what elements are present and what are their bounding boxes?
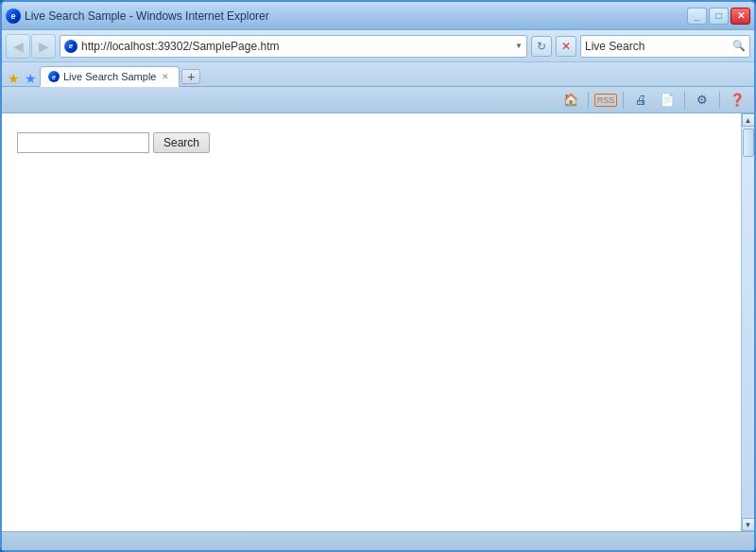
browser-window: e Live Search Sample - Windows Internet … [0, 0, 756, 552]
minimize-button[interactable]: _ [687, 8, 707, 25]
refresh-icon: ↻ [537, 40, 546, 53]
tab-close-button[interactable]: ✕ [160, 71, 171, 82]
tools-icon: ⚙ [696, 93, 708, 107]
page-search-button[interactable]: Search [153, 132, 210, 153]
scrollbar-up-button[interactable]: ▲ [742, 113, 755, 127]
toolbar-sep-1 [588, 92, 589, 109]
home-button[interactable]: 🏠 [559, 90, 582, 111]
address-dropdown-icon[interactable]: ▼ [515, 42, 523, 50]
toolbar-sep-3 [684, 92, 685, 109]
content-area: Search ▲ ▼ [2, 113, 754, 531]
stop-icon: ✕ [561, 40, 571, 53]
live-search-button[interactable]: 🔍 [732, 40, 746, 52]
scrollbar-right: ▲ ▼ [741, 113, 754, 531]
ie-logo: e [6, 9, 21, 24]
maximize-button[interactable]: □ [709, 8, 729, 25]
page-search-input[interactable] [17, 132, 149, 153]
refresh-button[interactable]: ↻ [531, 36, 552, 57]
tab-icon: e [48, 71, 60, 82]
page-button[interactable]: 📄 [656, 90, 679, 111]
nav-bar: ◀ ▶ e ▼ ↻ ✕ 🔍 [2, 30, 754, 62]
toolbar-sep-4 [719, 92, 720, 109]
help-button[interactable]: ❓ [726, 90, 748, 111]
back-button[interactable]: ◀ [6, 34, 30, 59]
toolbar: 🏠 RSS 🖨 📄 ⚙ ❓ [2, 87, 754, 113]
tab-bar: ★ ★ e Live Search Sample ✕ + [2, 62, 754, 87]
stop-button[interactable]: ✕ [556, 36, 576, 57]
print-button[interactable]: 🖨 [629, 90, 652, 111]
home-icon: 🏠 [563, 93, 578, 107]
scrollbar-down-button[interactable]: ▼ [742, 518, 755, 531]
close-button[interactable]: ✕ [730, 8, 750, 25]
favorites-star-icon[interactable]: ★ [6, 71, 21, 86]
help-icon: ❓ [730, 93, 745, 107]
address-bar[interactable]: e ▼ [60, 35, 527, 58]
rss-button[interactable]: RSS [594, 90, 617, 111]
tab-label: Live Search Sample [63, 71, 156, 82]
back-icon: ◀ [13, 39, 24, 54]
status-bar [2, 531, 754, 550]
rss-icon: RSS [594, 94, 618, 107]
page-content: Search [2, 113, 741, 531]
toolbar-sep-2 [623, 92, 624, 109]
browser-icon: e [6, 9, 21, 24]
window-controls: _ □ ✕ [687, 8, 750, 25]
tab-live-search-sample[interactable]: e Live Search Sample ✕ [40, 66, 180, 87]
back-forward-group: ◀ ▶ [6, 34, 56, 59]
scrollbar-thumb[interactable] [743, 129, 754, 157]
address-input[interactable] [81, 40, 511, 53]
live-search-bar[interactable]: 🔍 [580, 35, 750, 58]
tools-button[interactable]: ⚙ [691, 90, 713, 111]
address-ie-icon: e [64, 40, 77, 53]
forward-icon: ▶ [39, 39, 49, 54]
live-search-input[interactable] [585, 40, 732, 53]
search-form: Search [17, 132, 726, 153]
favorites-feeds-icon[interactable]: ★ [23, 71, 38, 86]
new-tab-button[interactable]: + [181, 69, 200, 84]
page-icon: 📄 [660, 93, 675, 107]
forward-button[interactable]: ▶ [31, 34, 56, 59]
title-bar: e Live Search Sample - Windows Internet … [2, 2, 754, 30]
print-icon: 🖨 [635, 93, 647, 107]
window-title: Live Search Sample - Windows Internet Ex… [25, 9, 683, 23]
